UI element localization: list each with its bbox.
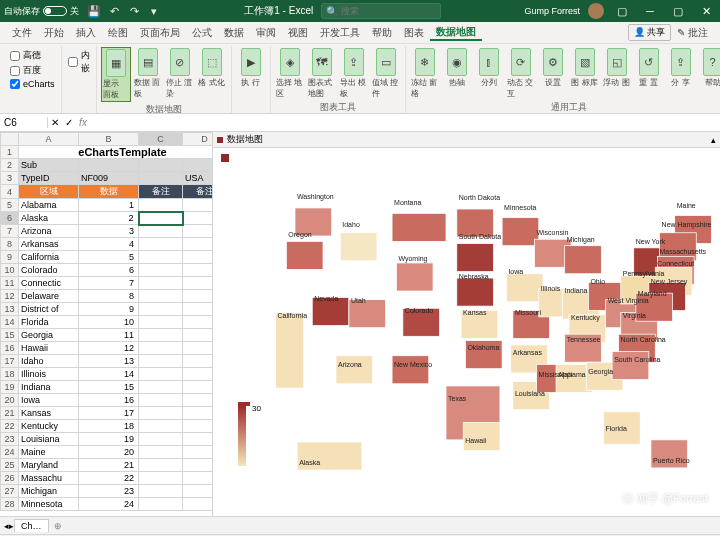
fx-icon[interactable]: fx <box>76 117 90 128</box>
chk-echarts[interactable]: eCharts <box>8 78 57 90</box>
save-icon[interactable]: 💾 <box>87 4 101 18</box>
tab-insert[interactable]: 插入 <box>70 26 102 40</box>
btn-settings[interactable]: ⚙设置 <box>538 47 568 89</box>
cell[interactable] <box>139 407 183 420</box>
cell[interactable]: 7 <box>79 277 139 290</box>
cell[interactable] <box>183 290 213 303</box>
cell[interactable] <box>139 368 183 381</box>
btn-share[interactable]: ⇪分 享 <box>666 47 696 89</box>
cell[interactable]: 11 <box>79 329 139 342</box>
tab-data[interactable]: 数据 <box>218 26 250 40</box>
cell[interactable]: Illinois <box>19 368 79 381</box>
btn-freeze[interactable]: ❄冻结 窗格 <box>410 47 440 100</box>
btn-show-panel[interactable]: ▦显示 面板 <box>101 47 131 102</box>
state-shape[interactable] <box>636 293 673 321</box>
cell[interactable] <box>139 212 183 225</box>
tab-developer[interactable]: 开发工具 <box>314 26 366 40</box>
state-shape[interactable] <box>565 334 602 362</box>
cell[interactable] <box>183 264 213 277</box>
cell[interactable]: 20 <box>79 446 139 459</box>
state-shape[interactable] <box>463 423 500 451</box>
cell[interactable]: Minnesota <box>19 498 79 511</box>
cell[interactable] <box>139 303 183 316</box>
cell[interactable] <box>139 355 183 368</box>
btn-run[interactable]: ▶执 行 <box>236 47 266 89</box>
cell[interactable] <box>183 238 213 251</box>
state-shape[interactable] <box>565 246 602 274</box>
state-shape[interactable] <box>286 241 323 269</box>
user-avatar-icon[interactable] <box>588 3 604 19</box>
cell[interactable]: Maine <box>19 446 79 459</box>
cell[interactable]: 19 <box>79 433 139 446</box>
cell[interactable] <box>183 368 213 381</box>
cell[interactable]: Delaware <box>19 290 79 303</box>
state-shape[interactable] <box>461 310 498 338</box>
state-shape[interactable] <box>612 351 649 379</box>
cell[interactable] <box>183 342 213 355</box>
cell[interactable] <box>183 498 213 511</box>
usa-map[interactable]: 30 WashingtonOregonCaliforniaNevadaIdaho… <box>213 148 720 516</box>
user-name[interactable]: Gump Forrest <box>524 6 580 16</box>
state-shape[interactable] <box>457 278 494 306</box>
cell[interactable] <box>139 264 183 277</box>
state-shape[interactable] <box>336 356 373 384</box>
cell[interactable]: 18 <box>79 420 139 433</box>
tab-file[interactable]: 文件 <box>6 26 38 40</box>
cell[interactable] <box>183 355 213 368</box>
cell[interactable]: Iowa <box>19 394 79 407</box>
tab-view[interactable]: 视图 <box>282 26 314 40</box>
btn-dynamic[interactable]: ⟳动态 交互 <box>506 47 536 100</box>
state-shape[interactable] <box>312 297 349 325</box>
btn-iconlib[interactable]: ▧图 标库 <box>570 47 600 89</box>
name-box[interactable]: C6 <box>0 117 48 128</box>
btn-help[interactable]: ?帮助 <box>698 47 720 89</box>
btn-data-panel[interactable]: ▤数据 面板 <box>133 47 163 100</box>
cell[interactable] <box>139 251 183 264</box>
cell[interactable] <box>183 446 213 459</box>
redo-icon[interactable]: ↷ <box>127 4 141 18</box>
btn-valuerange[interactable]: ▭值域 控件 <box>371 47 401 100</box>
cell[interactable]: 5 <box>79 251 139 264</box>
cell[interactable] <box>139 225 183 238</box>
cell[interactable] <box>183 199 213 212</box>
tab-datamap[interactable]: 数据地图 <box>430 25 482 41</box>
cell[interactable] <box>139 342 183 355</box>
state-shape[interactable] <box>651 440 688 468</box>
tab-help[interactable]: 帮助 <box>366 26 398 40</box>
cell[interactable] <box>139 381 183 394</box>
cell[interactable] <box>183 381 213 394</box>
cell[interactable]: 21 <box>79 459 139 472</box>
btn-heataxis[interactable]: ◉热轴 <box>442 47 472 89</box>
state-shape[interactable] <box>295 208 332 236</box>
cell[interactable]: 23 <box>79 485 139 498</box>
col-header[interactable]: C <box>139 133 183 146</box>
cell[interactable]: 3 <box>79 225 139 238</box>
chk-neizhi[interactable]: 内嵌 <box>66 48 92 76</box>
state-shape[interactable] <box>297 442 362 470</box>
col-header[interactable]: D <box>183 133 213 146</box>
btn-split[interactable]: ⫿分列 <box>474 47 504 89</box>
cell[interactable]: Kentucky <box>19 420 79 433</box>
cell[interactable]: Arkansas <box>19 238 79 251</box>
cell[interactable]: Idaho <box>19 355 79 368</box>
btn-export[interactable]: ⇪导出 模板 <box>339 47 369 100</box>
cell[interactable] <box>183 485 213 498</box>
cell[interactable] <box>139 459 183 472</box>
cell[interactable]: Georgia <box>19 329 79 342</box>
tab-chart[interactable]: 图表 <box>398 26 430 40</box>
cell[interactable]: 16 <box>79 394 139 407</box>
cell[interactable]: Connectic <box>19 277 79 290</box>
btn-format[interactable]: ⬚格 式化 <box>197 47 227 89</box>
state-shape[interactable] <box>349 300 386 328</box>
tab-draw[interactable]: 绘图 <box>102 26 134 40</box>
formula-input[interactable] <box>90 117 720 128</box>
cell[interactable]: 17 <box>79 407 139 420</box>
cell[interactable] <box>139 290 183 303</box>
enter-icon[interactable]: ✓ <box>62 117 76 128</box>
cell[interactable] <box>183 459 213 472</box>
cell[interactable] <box>183 303 213 316</box>
cell[interactable]: 6 <box>79 264 139 277</box>
btn-select-region[interactable]: ◈选择 地区 <box>275 47 305 100</box>
state-shape[interactable] <box>506 274 543 302</box>
cell[interactable]: 1 <box>79 199 139 212</box>
